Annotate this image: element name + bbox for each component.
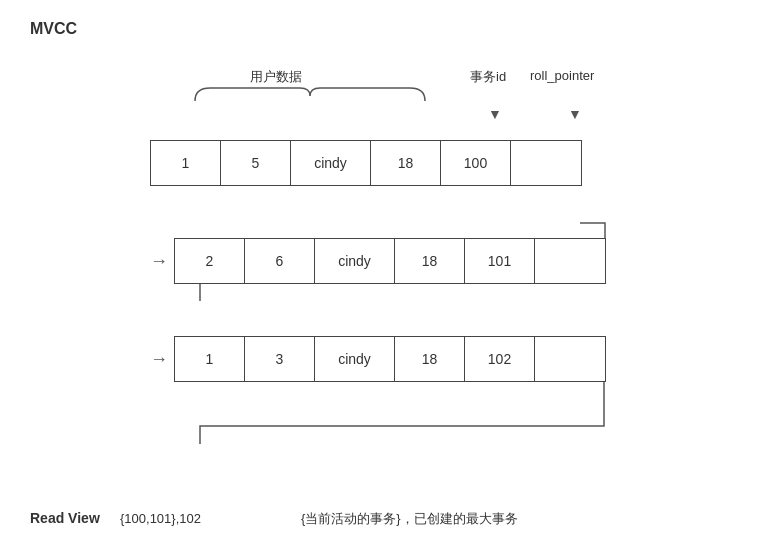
read-view-label: Read View (30, 510, 100, 526)
cell-2-1: 2 (175, 239, 245, 283)
cell-3-1: 1 (175, 337, 245, 381)
row-2-arrow: → (150, 251, 168, 272)
cell-1-3: cindy (291, 141, 371, 185)
cell-2-4: 18 (395, 239, 465, 283)
cell-3-2: 3 (245, 337, 315, 381)
cell-3-5: 102 (465, 337, 535, 381)
cell-3-4: 18 (395, 337, 465, 381)
cell-3-6 (535, 337, 605, 381)
cell-1-1: 1 (151, 141, 221, 185)
row-1: 1 5 cindy 18 100 (150, 140, 736, 186)
read-view-section: Read View {100,101},102 {当前活动的事务}，已创建的最大… (30, 510, 736, 528)
data-row-2: 2 6 cindy 18 101 (174, 238, 606, 284)
cell-1-6 (511, 141, 581, 185)
read-view-values: {100,101},102 (120, 511, 201, 526)
read-view-desc: {当前活动的事务}，已创建的最大事务 (301, 510, 518, 528)
data-row-3: 1 3 cindy 18 102 (174, 336, 606, 382)
row-3-wrap: → 1 3 cindy 18 102 (150, 336, 736, 382)
trx-id-label: 事务id (470, 68, 506, 86)
roll-pointer-arrow: ▼ (568, 106, 582, 122)
cell-1-5: 100 (441, 141, 511, 185)
page-title: MVCC (30, 20, 736, 38)
cell-2-6 (535, 239, 605, 283)
cell-1-4: 18 (371, 141, 441, 185)
cell-3-3: cindy (315, 337, 395, 381)
trx-id-arrow: ▼ (488, 106, 502, 122)
row-1-wrap: 1 5 cindy 18 100 (150, 140, 736, 186)
cell-2-2: 6 (245, 239, 315, 283)
user-data-label: 用户数据 (250, 68, 302, 86)
cell-2-3: cindy (315, 239, 395, 283)
roll-pointer-label: roll_pointer (530, 68, 594, 83)
cell-1-2: 5 (221, 141, 291, 185)
brace-svg (190, 86, 430, 116)
cell-2-5: 101 (465, 239, 535, 283)
data-row-1: 1 5 cindy 18 100 (150, 140, 582, 186)
row-2: → 2 6 cindy 18 101 (150, 238, 736, 284)
main-page: MVCC 用户数据 事务id roll_pointer ▼ ▼ 1 (0, 0, 766, 548)
row-2-wrap: → 2 6 cindy 18 101 (150, 238, 736, 284)
row-3-arrow: → (150, 349, 168, 370)
diagram-area: 用户数据 事务id roll_pointer ▼ ▼ 1 5 cindy 18 (30, 68, 736, 382)
row-3: → 1 3 cindy 18 102 (150, 336, 736, 382)
